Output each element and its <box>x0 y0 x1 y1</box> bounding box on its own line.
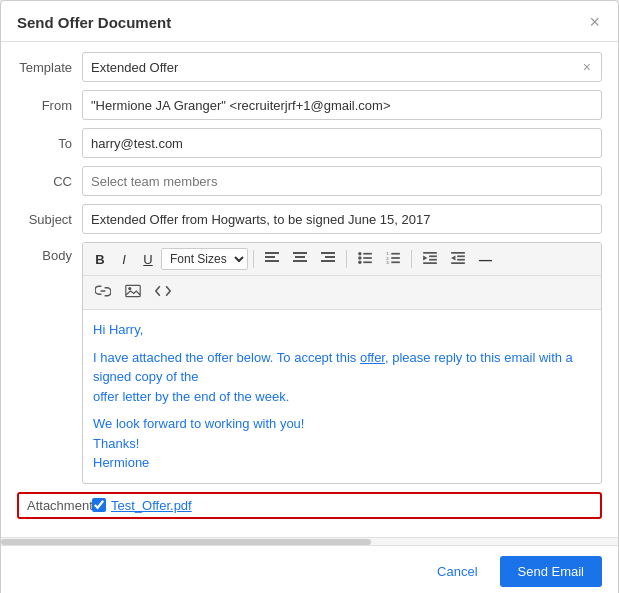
subject-input[interactable] <box>82 204 602 234</box>
svg-rect-28 <box>423 262 437 264</box>
svg-rect-8 <box>321 252 335 254</box>
body-row: Body B I U Font Sizes <box>17 242 602 484</box>
code-button[interactable] <box>149 281 177 304</box>
to-label: To <box>17 136 82 151</box>
dialog-body: Template Extended Offer × From To CC Sub… <box>1 42 618 537</box>
svg-rect-21 <box>391 257 400 259</box>
svg-rect-33 <box>451 262 465 264</box>
link-button[interactable] <box>89 281 117 304</box>
subject-label: Subject <box>17 212 82 227</box>
dialog-title: Send Offer Document <box>17 14 171 31</box>
attachment-item: Test_Offer.pdf <box>92 498 192 513</box>
scrollbar-area[interactable] <box>1 537 618 545</box>
body-line3: We look forward to working with you! <box>93 416 304 431</box>
subject-row: Subject <box>17 204 602 234</box>
template-label: Template <box>17 60 82 75</box>
outdent-button[interactable] <box>445 249 471 270</box>
underline-button[interactable]: U <box>137 249 159 270</box>
editor-toolbar: B I U Font Sizes <box>83 243 601 276</box>
template-row: Template Extended Offer × <box>17 52 602 82</box>
editor-content[interactable]: Hi Harry, I have attached the offer belo… <box>83 310 601 483</box>
attachments-row: Attachments Test_Offer.pdf <box>17 492 602 519</box>
toolbar-divider-2 <box>346 250 347 268</box>
toolbar-divider-3 <box>411 250 412 268</box>
attachments-label: Attachments <box>27 498 92 513</box>
template-clear-button[interactable]: × <box>581 59 593 75</box>
attachment-filename[interactable]: Test_Offer.pdf <box>111 498 192 513</box>
body-label: Body <box>17 242 82 263</box>
close-button[interactable]: × <box>587 13 602 31</box>
svg-rect-5 <box>295 256 305 258</box>
image-button[interactable] <box>119 281 147 304</box>
from-label: From <box>17 98 82 113</box>
ordered-list-button[interactable]: 1.2.3. <box>380 249 406 270</box>
cc-input[interactable] <box>82 166 602 196</box>
svg-rect-23 <box>391 261 400 263</box>
svg-rect-4 <box>293 252 307 254</box>
from-input[interactable] <box>82 90 602 120</box>
svg-rect-10 <box>321 260 335 262</box>
align-left-button[interactable] <box>259 249 285 270</box>
svg-rect-31 <box>457 255 465 257</box>
svg-point-14 <box>358 256 361 259</box>
from-row: From <box>17 90 602 120</box>
svg-rect-13 <box>363 252 372 254</box>
scrollbar-thumb[interactable] <box>1 539 371 545</box>
attachment-checkbox[interactable] <box>92 498 106 512</box>
font-size-select[interactable]: Font Sizes <box>161 248 248 270</box>
svg-point-12 <box>358 252 361 255</box>
template-field[interactable]: Extended Offer × <box>82 52 602 82</box>
svg-rect-32 <box>457 258 465 260</box>
dialog-header: Send Offer Document × <box>1 1 618 42</box>
indent-button[interactable] <box>417 249 443 270</box>
svg-rect-17 <box>363 261 372 263</box>
svg-rect-27 <box>429 258 437 260</box>
svg-rect-24 <box>423 252 437 254</box>
align-center-button[interactable] <box>287 249 313 270</box>
body-line1: Hi Harry, <box>93 322 143 337</box>
body-editor[interactable]: B I U Font Sizes <box>82 242 602 484</box>
svg-text:3.: 3. <box>386 260 390 264</box>
svg-rect-19 <box>391 252 400 254</box>
bold-button[interactable]: B <box>89 249 111 270</box>
svg-rect-26 <box>429 255 437 257</box>
send-email-button[interactable]: Send Email <box>500 556 602 587</box>
svg-rect-0 <box>265 252 279 254</box>
svg-marker-30 <box>451 255 455 260</box>
svg-rect-1 <box>265 256 275 258</box>
cancel-button[interactable]: Cancel <box>425 558 489 585</box>
to-row: To <box>17 128 602 158</box>
editor-toolbar-2 <box>83 276 601 310</box>
svg-rect-29 <box>451 252 465 254</box>
template-value: Extended Offer <box>91 60 581 75</box>
svg-point-36 <box>128 287 131 290</box>
svg-rect-15 <box>363 257 372 259</box>
unordered-list-button[interactable] <box>352 249 378 270</box>
svg-rect-9 <box>325 256 335 258</box>
svg-rect-2 <box>265 260 279 262</box>
svg-point-16 <box>358 260 361 263</box>
italic-button[interactable]: I <box>113 249 135 270</box>
cc-row: CC <box>17 166 602 196</box>
align-right-button[interactable] <box>315 249 341 270</box>
svg-rect-6 <box>293 260 307 262</box>
horizontal-rule-button[interactable]: — <box>473 249 498 270</box>
body-line5: Hermione <box>93 455 149 470</box>
body-line2: I have attached the offer below. To acce… <box>93 350 573 385</box>
to-input[interactable] <box>82 128 602 158</box>
send-offer-dialog: Send Offer Document × Template Extended … <box>0 0 619 593</box>
svg-marker-25 <box>423 255 427 260</box>
svg-rect-35 <box>126 285 140 296</box>
cc-label: CC <box>17 174 82 189</box>
body-line4: Thanks! <box>93 436 139 451</box>
dialog-footer: Cancel Send Email <box>1 545 618 594</box>
toolbar-divider-1 <box>253 250 254 268</box>
